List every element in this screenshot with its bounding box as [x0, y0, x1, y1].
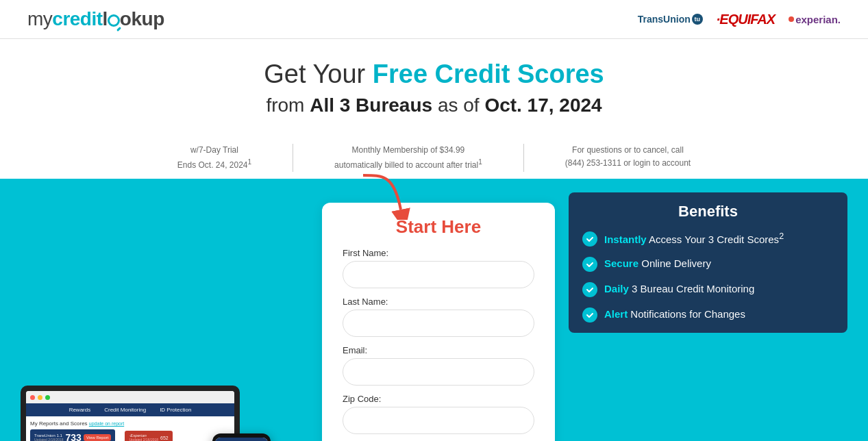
mock-laptop: Rewards Credit Monitoring ID Protection … [21, 386, 240, 441]
benefit-item-3: Daily 3 Bureau Credit Monitoring [582, 281, 834, 297]
hero-as-of: as of [432, 94, 484, 116]
benefits-section: Benefits Instantly Access Your 3 Credit … [548, 179, 868, 441]
trial-line2: Ends Oct. 24, 20241 [177, 157, 251, 172]
mock-screen: Rewards Credit Monitoring ID Protection … [26, 391, 234, 441]
benefit-4-highlight: Alert [604, 308, 628, 320]
info-item-trial: w/7-Day Trial Ends Oct. 24, 20241 [136, 144, 293, 172]
last-name-input[interactable] [343, 310, 534, 337]
last-name-label: Last Name: [343, 297, 534, 307]
benefit-1-highlight: Instantly [604, 234, 647, 245]
transunion-text: TransUnion [638, 14, 691, 25]
mock-update-report: update on report [89, 421, 124, 426]
info-item-contact: For questions or to cancel, call (844) 2… [524, 144, 732, 172]
check-icon-4 [582, 307, 597, 323]
benefit-3-highlight: Daily [604, 283, 629, 294]
mock-nav: Rewards Credit Monitoring ID Protection [26, 403, 234, 416]
hero-free: Free Credit Scores [373, 60, 604, 88]
logo: mycreditl okup [27, 8, 164, 30]
benefit-2-text: Online Delivery [638, 257, 711, 269]
email-group: Email: [343, 345, 534, 386]
bureau-logos: TransUnion tu ·EQUIFAX experian. [638, 12, 841, 27]
nav-credit: Credit Monitoring [104, 407, 146, 413]
hero-section: Get Your Free Credit Scores from All 3 B… [0, 39, 868, 130]
last-name-group: Last Name: [343, 297, 534, 337]
view-report-btn[interactable]: View Report [84, 434, 112, 441]
benefits-title: Benefits [582, 203, 834, 220]
billing-line1: Monthly Membership of $34.99 [334, 144, 482, 157]
header: mycreditl okup TransUnion tu ·EQUIFAX ex… [0, 0, 868, 39]
check-icon-1 [582, 231, 597, 247]
equifax-logo: ·EQUIFAX [717, 12, 775, 27]
experian-logo: experian. [789, 14, 841, 25]
trial-line1: w/7-Day Trial [177, 144, 251, 157]
hero-date: Oct. 17, 2024 [484, 94, 602, 116]
mock-topbar [26, 391, 234, 403]
experian-text: experian. [795, 14, 841, 25]
transunion-badge: tu [692, 14, 703, 25]
info-bar: w/7-Day Trial Ends Oct. 24, 20241 Monthl… [0, 137, 868, 179]
zip-input[interactable] [343, 407, 534, 434]
form-wrapper: Start Here First Name: Last Name: Email:… [315, 179, 548, 441]
phone-header: YOUR CREDIT REPORTS AND CREDIT SCORES [215, 438, 268, 441]
benefit-text-3: Daily 3 Bureau Credit Monitoring [604, 281, 754, 296]
benefit-4-text: Notifications for Changes [628, 308, 745, 320]
transunion-score-box: TransUnion 1.1 Updated 2/18/2018 733 Vie… [30, 429, 115, 441]
mock-scores: TransUnion 1.1 Updated 2/18/2018 733 Vie… [30, 429, 230, 441]
zip-group: Zip Code: [343, 394, 534, 434]
benefit-item-1: Instantly Access Your 3 Credit Scores2 [582, 231, 834, 247]
main-content: Rewards Credit Monitoring ID Protection … [0, 179, 868, 441]
zip-label: Zip Code: [343, 394, 534, 404]
benefit-1-sup: 2 [779, 231, 784, 241]
transunion-logo: TransUnion tu [638, 14, 703, 25]
hero-bureaus: All 3 Bureaus [310, 94, 432, 116]
transunion-score-num: 733 [66, 432, 82, 441]
dot-red [30, 395, 35, 400]
check-icon-2 [582, 257, 597, 272]
mock-body: My Reports and Scores update on report T… [26, 416, 234, 441]
first-name-group: First Name: [343, 248, 534, 288]
logo-credit: credit [52, 8, 102, 29]
hero-subtitle: from All 3 Bureaus as of Oct. 17, 2024 [27, 94, 841, 116]
arrow-indicator [356, 172, 411, 223]
info-item-billing: Monthly Membership of $34.99 automatical… [293, 144, 524, 172]
check-icon-3 [582, 282, 597, 297]
dot-green [45, 395, 50, 400]
benefits-box: Benefits Instantly Access Your 3 Credit … [569, 192, 847, 333]
benefit-text-4: Alert Notifications for Changes [604, 307, 745, 321]
equifax-text: EQUIFAX [719, 12, 775, 27]
benefit-2-highlight: Secure [604, 257, 638, 269]
hero-from: from [266, 94, 310, 116]
mock-section: Rewards Credit Monitoring ID Protection … [0, 179, 315, 441]
first-name-label: First Name: [343, 248, 534, 258]
phone-screen: YOUR CREDIT REPORTS AND CREDIT SCORES Tr… [215, 438, 268, 441]
benefit-text-1: Instantly Access Your 3 Credit Scores2 [604, 231, 784, 247]
experian-score-box: ·Experian Updated 2/16/2018 652 [125, 431, 172, 441]
hero-title: Get Your Free Credit Scores [27, 60, 841, 89]
phone-mockup: YOUR CREDIT REPORTS AND CREDIT SCORES Tr… [212, 433, 271, 441]
benefit-3-text: 3 Bureau Credit Monitoring [629, 283, 754, 294]
logo-my: my [27, 8, 52, 29]
nav-rewards: Rewards [69, 407, 91, 413]
email-input[interactable] [343, 358, 534, 386]
contact-line2: (844) 253-1311 or login to account [565, 157, 691, 170]
nav-id: ID Protection [160, 407, 191, 413]
mock-my-reports: My Reports and Scores [30, 420, 88, 427]
experian-score-num: 652 [160, 436, 169, 440]
email-label: Email: [343, 345, 534, 355]
dot-yellow [38, 395, 42, 400]
benefit-item-2: Secure Online Delivery [582, 256, 834, 272]
logo-okup: okup [120, 8, 164, 29]
experian-dot [789, 16, 794, 22]
billing-line2: automatically billed to account after tr… [334, 157, 482, 172]
benefit-text-2: Secure Online Delivery [604, 256, 711, 270]
hero-prefix: Get Your [264, 60, 372, 88]
benefit-1-text: Access Your 3 Credit Scores [647, 234, 779, 245]
first-name-input[interactable] [343, 261, 534, 288]
benefit-item-4: Alert Notifications for Changes [582, 307, 834, 323]
contact-line1: For questions or to cancel, call [565, 144, 691, 157]
signup-form: Start Here First Name: Last Name: Email:… [322, 203, 555, 441]
